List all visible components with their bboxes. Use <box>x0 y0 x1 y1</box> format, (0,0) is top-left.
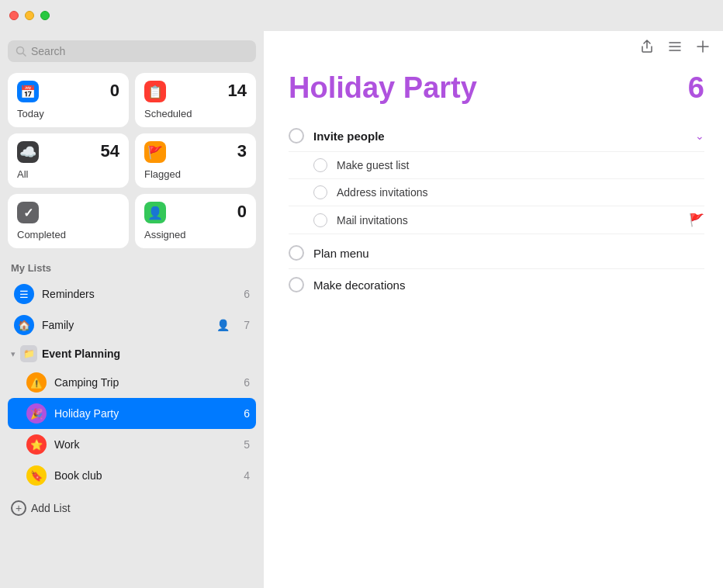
reminders-count: 6 <box>237 288 250 300</box>
flagged-label: Flagged <box>144 168 247 180</box>
sidebar-item-reminders[interactable]: ☰ Reminders 6 <box>8 278 256 310</box>
subtask-mail-invitations-label: Mail invitations <box>337 214 680 227</box>
plan-menu-label: Plan menu <box>313 247 704 260</box>
add-list-button[interactable]: + Add List <box>8 494 256 522</box>
subtask-mail-invitations[interactable]: Mail invitations 🚩 <box>289 206 704 234</box>
all-icon: ☁️ <box>17 141 39 163</box>
plan-menu-checkbox[interactable] <box>289 245 304 261</box>
all-count: 54 <box>101 141 119 161</box>
maximize-button[interactable] <box>40 11 50 20</box>
task-plan-menu[interactable]: Plan menu <box>289 237 704 269</box>
camping-trip-count: 6 <box>237 376 250 389</box>
sidebar-item-holiday-party[interactable]: 🎉 Holiday Party 6 <box>8 398 256 429</box>
work-icon: ⭐ <box>26 434 47 455</box>
list-view-button[interactable] <box>667 39 683 58</box>
invite-people-checkbox[interactable] <box>289 128 304 144</box>
family-shared-icon: 👤 <box>216 319 230 331</box>
subtask-make-guest-list-label: Make guest list <box>337 159 409 171</box>
subtask-make-guest-list-checkbox[interactable] <box>313 158 327 172</box>
today-label: Today <box>17 108 119 119</box>
smart-card-scheduled[interactable]: 📋 14 Scheduled <box>135 73 256 127</box>
assigned-label: Assigned <box>144 229 247 240</box>
task-group-invite-people: Invite people ⌄ Make guest list Address … <box>289 120 704 234</box>
add-list-icon: + <box>11 500 26 516</box>
titlebar <box>0 0 723 31</box>
flagged-count: 3 <box>237 141 247 161</box>
scheduled-count: 14 <box>228 81 247 101</box>
invite-people-chevron[interactable]: ⌄ <box>695 130 704 142</box>
family-count: 7 <box>237 319 250 331</box>
my-lists-section-label: My Lists <box>8 262 256 274</box>
smart-card-today[interactable]: 📅 0 Today <box>8 73 129 127</box>
task-make-decorations[interactable]: Make decorations <box>289 269 704 300</box>
sidebar-item-book-club[interactable]: 🔖 Book club 4 <box>8 460 256 491</box>
flagged-icon: 🚩 <box>144 141 166 163</box>
all-label: All <box>17 168 119 180</box>
group-folder-icon: 📁 <box>20 345 37 362</box>
invite-people-label: Invite people <box>313 130 686 143</box>
completed-label: Completed <box>17 229 119 240</box>
svg-line-1 <box>23 54 26 57</box>
sidebar: Search 📅 0 Today 📋 14 Scheduled <box>0 31 264 588</box>
group-event-planning[interactable]: ▾ 📁 Event Planning <box>8 341 256 367</box>
mail-invitations-flag-icon: 🚩 <box>689 213 704 227</box>
content-area: Holiday Party 6 Invite people ⌄ Make gue… <box>264 65 723 588</box>
assigned-count: 0 <box>237 202 247 222</box>
minimize-button[interactable] <box>25 11 34 20</box>
family-label: Family <box>42 319 209 331</box>
task-invite-people-header[interactable]: Invite people ⌄ <box>289 120 704 152</box>
smart-card-flagged[interactable]: 🚩 3 Flagged <box>135 133 256 188</box>
add-list-label: Add List <box>31 502 71 514</box>
add-task-button[interactable] <box>695 39 711 58</box>
list-title-row: Holiday Party 6 <box>289 71 704 105</box>
scheduled-label: Scheduled <box>144 108 247 119</box>
make-decorations-checkbox[interactable] <box>289 277 304 292</box>
close-button[interactable] <box>9 11 19 20</box>
today-icon: 📅 <box>17 81 39 102</box>
book-club-label: Book club <box>54 469 230 482</box>
family-icon: 🏠 <box>14 315 34 335</box>
share-button[interactable] <box>639 39 655 58</box>
subtask-address-invitations-label: Address invitations <box>337 186 428 199</box>
app-container: Search 📅 0 Today 📋 14 Scheduled <box>0 31 723 588</box>
smart-card-assigned[interactable]: 👤 0 Assigned <box>135 194 256 248</box>
reminders-icon: ☰ <box>14 284 34 304</box>
sidebar-item-work[interactable]: ⭐ Work 5 <box>8 429 256 460</box>
make-decorations-label: Make decorations <box>313 278 704 292</box>
work-count: 5 <box>237 438 250 451</box>
search-icon <box>16 46 26 57</box>
assigned-icon: 👤 <box>144 202 166 223</box>
smart-card-completed[interactable]: ✓ Completed <box>8 194 129 248</box>
book-club-count: 4 <box>237 469 250 482</box>
main-content: Holiday Party 6 Invite people ⌄ Make gue… <box>264 31 723 588</box>
sidebar-item-camping-trip[interactable]: ⚠️ Camping Trip 6 <box>8 367 256 398</box>
subtask-mail-invitations-checkbox[interactable] <box>313 213 327 227</box>
list-count: 6 <box>688 71 704 105</box>
smart-lists-grid: 📅 0 Today 📋 14 Scheduled ☁️ 54 All <box>8 73 256 248</box>
camping-trip-label: Camping Trip <box>54 376 230 389</box>
holiday-party-icon: 🎉 <box>26 403 47 424</box>
holiday-party-count: 6 <box>237 407 250 420</box>
subtask-make-guest-list[interactable]: Make guest list <box>289 152 704 179</box>
group-chevron-icon: ▾ <box>11 349 16 359</box>
camping-trip-icon: ⚠️ <box>26 372 47 393</box>
group-label: Event Planning <box>42 348 120 360</box>
scheduled-icon: 📋 <box>144 81 166 102</box>
sidebar-item-family[interactable]: 🏠 Family 👤 7 <box>8 310 256 341</box>
today-count: 0 <box>110 81 119 101</box>
list-title: Holiday Party <box>289 71 477 105</box>
book-club-icon: 🔖 <box>26 465 47 486</box>
holiday-party-label: Holiday Party <box>54 407 230 420</box>
search-placeholder: Search <box>31 45 65 57</box>
subtask-address-invitations-checkbox[interactable] <box>313 185 327 199</box>
search-bar[interactable]: Search <box>8 40 256 62</box>
reminders-label: Reminders <box>42 288 230 300</box>
main-toolbar <box>264 31 723 65</box>
completed-icon: ✓ <box>17 202 39 223</box>
smart-card-all[interactable]: ☁️ 54 All <box>8 133 129 188</box>
subtask-address-invitations[interactable]: Address invitations <box>289 179 704 206</box>
work-label: Work <box>54 438 230 451</box>
